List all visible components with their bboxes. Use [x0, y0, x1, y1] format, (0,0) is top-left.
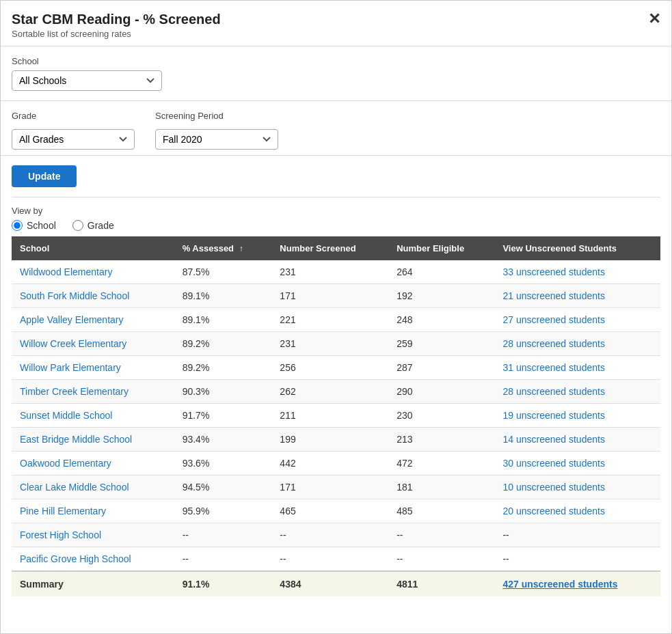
percent-assessed: 89.1%	[174, 308, 272, 332]
number-screened: 465	[271, 499, 388, 523]
school-name[interactable]: Clear Lake Middle School	[12, 476, 174, 499]
col-eligible[interactable]: Number Eligible	[388, 236, 494, 260]
summary-row: Summary 91.1% 4384 4811 427 unscreened s…	[12, 571, 660, 596]
unscreened-cell[interactable]: 27 unscreened students	[494, 308, 660, 332]
percent-assessed: --	[174, 523, 272, 547]
percent-assessed: 91.7%	[174, 404, 272, 428]
school-name[interactable]: East Bridge Middle School	[12, 428, 174, 452]
school-name[interactable]: Timber Creek Elementary	[12, 380, 174, 404]
unscreened-cell[interactable]: 28 unscreened students	[494, 332, 660, 356]
unscreened-cell[interactable]: 19 unscreened students	[494, 404, 660, 428]
view-by-grade[interactable]: Grade	[72, 220, 114, 231]
percent-assessed: --	[174, 547, 272, 572]
number-eligible: 290	[388, 380, 494, 404]
view-by-school-radio[interactable]	[12, 220, 23, 231]
number-eligible: 230	[388, 404, 494, 428]
table-row: Sunset Middle School 91.7% 211 230 19 un…	[12, 404, 660, 428]
close-button[interactable]: ✕	[648, 10, 660, 28]
unscreened-cell: --	[494, 547, 660, 572]
modal-title: Star CBM Reading - % Screened	[12, 12, 660, 27]
number-screened: 171	[271, 476, 388, 499]
percent-assessed: 89.1%	[174, 284, 272, 308]
view-by-grade-radio[interactable]	[72, 220, 83, 231]
table-row: Wildwood Elementary 87.5% 231 264 33 uns…	[12, 260, 660, 284]
unscreened-cell[interactable]: 14 unscreened students	[494, 428, 660, 452]
number-screened: 231	[271, 260, 388, 284]
view-by-school[interactable]: School	[12, 220, 56, 231]
percent-assessed: 94.5%	[174, 476, 272, 499]
summary-eligible: 4811	[388, 571, 494, 596]
percent-assessed: 90.3%	[174, 380, 272, 404]
col-percent[interactable]: % Assessed ↑	[174, 236, 272, 260]
unscreened-cell[interactable]: 33 unscreened students	[494, 260, 660, 284]
unscreened-cell[interactable]: 28 unscreened students	[494, 380, 660, 404]
school-name[interactable]: Forest High School	[12, 523, 174, 547]
number-eligible: --	[388, 547, 494, 572]
period-filter-group: Screening Period Fall 2020	[155, 111, 278, 150]
school-name[interactable]: Wildwood Elementary	[12, 260, 174, 284]
table-row: Oakwood Elementary 93.6% 442 472 30 unsc…	[12, 452, 660, 476]
screening-table: School % Assessed ↑ Number Screened Numb…	[12, 236, 660, 596]
school-name[interactable]: Pine Hill Elementary	[12, 499, 174, 523]
period-select[interactable]: Fall 2020	[155, 129, 278, 150]
percent-assessed: 95.9%	[174, 499, 272, 523]
grade-filter-group: Grade All Grades	[12, 111, 135, 150]
view-by-grade-label: Grade	[88, 220, 114, 231]
col-school[interactable]: School	[12, 236, 174, 260]
school-name[interactable]: Willow Creek Elementary	[12, 332, 174, 356]
modal-container: Star CBM Reading - % Screened Sortable l…	[0, 0, 672, 634]
number-screened: 442	[271, 452, 388, 476]
number-screened: 221	[271, 308, 388, 332]
school-name[interactable]: Apple Valley Elementary	[12, 308, 174, 332]
number-eligible: 259	[388, 332, 494, 356]
table-row: Forest High School -- -- -- --	[12, 523, 660, 547]
school-name[interactable]: Sunset Middle School	[12, 404, 174, 428]
table-row: Pacific Grove High School -- -- -- --	[12, 547, 660, 572]
unscreened-cell[interactable]: 21 unscreened students	[494, 284, 660, 308]
school-name[interactable]: Oakwood Elementary	[12, 452, 174, 476]
table-row: Timber Creek Elementary 90.3% 262 290 28…	[12, 380, 660, 404]
percent-assessed: 89.2%	[174, 332, 272, 356]
number-screened: 256	[271, 356, 388, 380]
summary-unscreened[interactable]: 427 unscreened students	[494, 571, 660, 596]
percent-assessed: 93.4%	[174, 428, 272, 452]
number-screened: --	[271, 547, 388, 572]
table-row: Clear Lake Middle School 94.5% 171 181 1…	[12, 476, 660, 499]
radio-group: School Grade	[12, 220, 660, 231]
sort-arrow: ↑	[239, 244, 243, 253]
update-button[interactable]: Update	[12, 165, 77, 187]
number-eligible: 192	[388, 284, 494, 308]
view-by-label: View by	[12, 206, 660, 216]
number-screened: 211	[271, 404, 388, 428]
number-screened: 262	[271, 380, 388, 404]
school-name[interactable]: South Fork Middle School	[12, 284, 174, 308]
number-eligible: 472	[388, 452, 494, 476]
col-unscreened[interactable]: View Unscreened Students	[494, 236, 660, 260]
number-eligible: 287	[388, 356, 494, 380]
school-select[interactable]: All Schools	[12, 70, 162, 91]
unscreened-cell[interactable]: 30 unscreened students	[494, 452, 660, 476]
grade-select[interactable]: All Grades	[12, 129, 135, 150]
number-eligible: 264	[388, 260, 494, 284]
table-row: Apple Valley Elementary 89.1% 221 248 27…	[12, 308, 660, 332]
table-header: School % Assessed ↑ Number Screened Numb…	[12, 236, 660, 260]
school-name[interactable]: Willow Park Elementary	[12, 356, 174, 380]
summary-label: Summary	[12, 571, 174, 596]
unscreened-cell[interactable]: 10 unscreened students	[494, 476, 660, 499]
percent-assessed: 87.5%	[174, 260, 272, 284]
grade-period-row: Grade All Grades Screening Period Fall 2…	[1, 101, 671, 156]
unscreened-cell[interactable]: 31 unscreened students	[494, 356, 660, 380]
percent-assessed: 93.6%	[174, 452, 272, 476]
number-screened: 171	[271, 284, 388, 308]
summary-percent: 91.1%	[174, 571, 272, 596]
table-row: Willow Creek Elementary 89.2% 231 259 28…	[12, 332, 660, 356]
modal-subtitle: Sortable list of screening rates	[12, 29, 660, 39]
table-footer: Summary 91.1% 4384 4811 427 unscreened s…	[12, 571, 660, 596]
number-screened: 231	[271, 332, 388, 356]
school-filter-label: School	[12, 56, 660, 66]
school-name[interactable]: Pacific Grove High School	[12, 547, 174, 572]
number-eligible: 213	[388, 428, 494, 452]
col-screened[interactable]: Number Screened	[271, 236, 388, 260]
unscreened-cell[interactable]: 20 unscreened students	[494, 499, 660, 523]
view-by-section: View by School Grade	[1, 197, 671, 236]
